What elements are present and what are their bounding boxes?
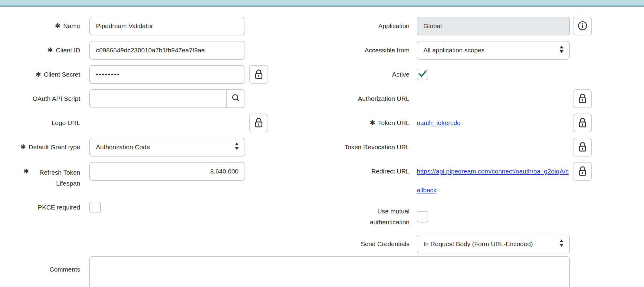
redirect-url-link[interactable]: https://api.pipedream.com/connect/oauth/…	[417, 162, 570, 200]
name-input[interactable]	[89, 17, 245, 35]
field-row-pkce-required: PKCE required	[0, 189, 322, 226]
default-grant-type-select[interactable]: Authorization Code	[89, 138, 245, 157]
use-mutual-authentication-checkbox[interactable]	[417, 211, 428, 223]
field-row-use-mutual-authentication: Use mutual authentication	[322, 202, 644, 232]
send-credentials-label: Send Credentials	[361, 240, 409, 248]
field-row-token-url: Token URL oauth_token.do	[322, 111, 644, 135]
lock-icon	[254, 117, 263, 129]
field-row-token-revocation-url: Token Revocation URL	[322, 135, 644, 159]
client-id-input[interactable]	[89, 41, 245, 60]
required-asterisk-icon	[55, 22, 61, 30]
authorization-url-label: Authorization URL	[358, 94, 409, 103]
authorization-url-lock-button[interactable]	[573, 89, 592, 108]
reference-search-button[interactable]	[226, 90, 245, 107]
accessible-from-select[interactable]: All application scopes	[417, 41, 570, 60]
select-updown-icon	[559, 45, 564, 55]
send-credentials-select[interactable]: In Request Body (Form URL-Encoded)	[417, 235, 570, 253]
select-updown-icon	[559, 239, 564, 249]
field-row-refresh-token-lifespan: Refresh Token Lifespan	[0, 159, 322, 189]
comments-label: Comments	[49, 265, 80, 274]
refresh-token-lifespan-label: Refresh Token Lifespan	[32, 167, 80, 189]
top-accent-bar	[0, 0, 644, 7]
field-row-active: Active	[322, 62, 644, 87]
token-revocation-url-label: Token Revocation URL	[344, 143, 409, 151]
pkce-required-label: PKCE required	[38, 203, 80, 212]
field-row-logo-url: Logo URL	[0, 111, 322, 135]
application-label: Application	[378, 22, 409, 30]
field-row-client-secret: Client Secret	[0, 62, 322, 87]
lock-icon	[254, 69, 263, 80]
application-input	[417, 17, 570, 35]
logo-url-lock-button[interactable]	[249, 114, 268, 132]
info-icon	[577, 21, 588, 32]
field-row-default-grant-type: Default Grant type Authorization Code	[0, 135, 322, 159]
form-column-right: Application Accessible from All	[322, 14, 644, 256]
use-mutual-authentication-label: Use mutual authentication	[364, 206, 409, 228]
search-icon	[231, 93, 241, 104]
redirect-url-lock-button[interactable]	[573, 162, 592, 181]
comments-textarea[interactable]	[89, 256, 570, 287]
field-row-oauth-api-script: OAuth API Script	[0, 87, 322, 111]
accessible-from-value: All application scopes	[423, 47, 485, 54]
form-column-left: Name Client ID Client Secret	[0, 14, 322, 226]
lock-icon	[578, 142, 587, 153]
refresh-token-lifespan-input[interactable]	[89, 162, 245, 181]
client-secret-input[interactable]	[89, 65, 245, 84]
lock-icon	[578, 93, 587, 104]
oauth-api-script-input[interactable]	[90, 90, 226, 107]
required-asterisk-icon	[35, 70, 41, 79]
field-row-name: Name	[0, 14, 322, 38]
active-checkbox[interactable]	[417, 69, 428, 80]
token-url-label: Token URL	[378, 119, 409, 127]
lock-icon	[578, 117, 587, 129]
pkce-required-checkbox[interactable]	[89, 202, 101, 213]
default-grant-type-label: Default Grant type	[29, 143, 80, 151]
field-row-authorization-url: Authorization URL	[322, 87, 644, 111]
send-credentials-value: In Request Body (Form URL-Encoded)	[423, 240, 533, 248]
active-label: Active	[392, 70, 409, 79]
token-url-lock-button[interactable]	[573, 114, 592, 132]
select-updown-icon	[235, 142, 239, 152]
logo-url-label: Logo URL	[51, 119, 80, 127]
field-row-accessible-from: Accessible from All application scopes	[322, 38, 644, 62]
field-row-application: Application	[322, 14, 644, 38]
required-asterisk-icon	[20, 143, 26, 151]
oauth-api-script-lookup	[89, 89, 245, 108]
accessible-from-label: Accessible from	[365, 46, 409, 54]
token-url-link[interactable]: oauth_token.do	[417, 119, 461, 126]
lock-icon	[578, 166, 587, 177]
oauth-api-script-label: OAuth API Script	[32, 94, 80, 103]
required-asterisk-icon	[24, 167, 29, 176]
field-row-send-credentials: Send Credentials In Request Body (Form U…	[322, 232, 644, 256]
field-row-client-id: Client ID	[0, 38, 322, 62]
default-grant-type-value: Authorization Code	[96, 144, 150, 151]
required-asterisk-icon	[48, 46, 53, 54]
application-info-button[interactable]	[573, 17, 592, 35]
required-asterisk-icon	[370, 119, 375, 127]
client-secret-label: Client Secret	[44, 70, 80, 79]
field-row-redirect-url: Redirect URL https://api.pipedream.com/c…	[322, 159, 644, 202]
client-id-label: Client ID	[56, 46, 80, 54]
checkmark-icon	[418, 70, 427, 79]
field-row-comments: Comments	[0, 256, 644, 287]
token-revocation-url-lock-button[interactable]	[573, 138, 592, 157]
client-secret-lock-button[interactable]	[249, 65, 268, 84]
redirect-url-label: Redirect URL	[371, 167, 409, 176]
name-label: Name	[63, 22, 80, 30]
